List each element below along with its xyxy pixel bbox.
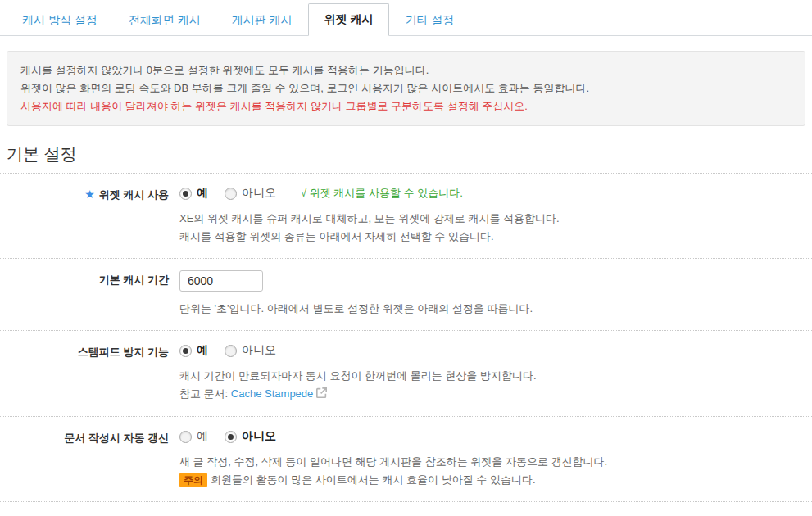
tab-fullscreen-cache[interactable]: 전체화면 캐시 (113, 5, 216, 36)
stampede-prevention-desc-line: 캐시 기간이 만료되자마자 동시 요청이 한꺼번에 몰리는 현상을 방지합니다. (179, 367, 812, 385)
radio-unchecked-icon (179, 431, 192, 443)
radio-yes-label: 예 (197, 186, 208, 201)
doc-auto-refresh-label: 문서 작성시 자동 갱신 (64, 432, 169, 444)
doc-auto-refresh-radio-yes[interactable]: 예 (179, 429, 208, 444)
notice-line-2: 위젯이 많은 화면의 로딩 속도와 DB 부하를 크게 줄일 수 있으며, 로그… (20, 79, 792, 97)
radio-no-label: 아니오 (242, 429, 276, 444)
doc-auto-refresh-controls: 예 아니오 (179, 428, 812, 445)
caution-badge: 주의 (179, 473, 207, 487)
widget-cache-use-controls: 예 아니오 √ 위젯 캐시를 사용할 수 있습니다. (179, 185, 812, 201)
tab-etc-settings[interactable]: 기타 설정 (389, 5, 470, 36)
stampede-reference-line: 참고 문서: Cache Stampede (179, 385, 812, 404)
radio-checked-icon (179, 345, 192, 357)
row-label-default-cache-period: 기본 캐시 기간 (0, 270, 169, 318)
widget-cache-use-description: XE의 위젯 캐시를 슈퍼 캐시로 대체하고, 모든 위젯에 강제로 캐시를 적… (179, 210, 812, 246)
default-cache-period-label: 기본 캐시 기간 (99, 274, 169, 286)
external-link-icon (316, 386, 327, 404)
radio-checked-icon (225, 431, 237, 443)
doc-auto-refresh-warning-line: 주의회원들의 활동이 많은 사이트에서는 캐시 효율이 낮아질 수 있습니다. (179, 471, 812, 489)
default-cache-period-controls (179, 270, 812, 292)
row-stampede-prevention: 스탬피드 방지 기능 예 아니오 캐시 기간이 만료되자마자 동시 요청이 한꺼… (0, 330, 812, 416)
default-cache-period-input[interactable] (179, 270, 263, 292)
default-cache-period-description: 단위는 '초'입니다. 아래에서 별도로 설정한 위젯은 아래의 설정을 따릅니… (179, 300, 812, 318)
radio-yes-label: 예 (197, 429, 208, 444)
widget-cache-use-label: 위젯 캐시 사용 (99, 188, 169, 201)
row-content-stampede-prevention: 예 아니오 캐시 기간이 만료되자마자 동시 요청이 한꺼번에 몰리는 현상을 … (179, 342, 812, 404)
required-star-icon: ★ (84, 188, 95, 201)
cache-stampede-link[interactable]: Cache Stampede (231, 387, 313, 400)
radio-checked-icon (179, 188, 192, 200)
widget-cache-use-desc-line-2: 캐시를 적용할 위젯의 종류는 아래에서 자세히 선택할 수 있습니다. (179, 228, 812, 246)
stampede-prevention-description: 캐시 기간이 만료되자마자 동시 요청이 한꺼번에 몰리는 현상을 방지합니다.… (179, 367, 812, 404)
section-title-basic-settings: 기본 설정 (7, 143, 805, 165)
stampede-prevention-radio-no[interactable]: 아니오 (225, 343, 276, 358)
doc-auto-refresh-desc-line: 새 글 작성, 수정, 삭제 등이 일어나면 해당 게시판을 참조하는 위젯을 … (179, 453, 812, 471)
tab-board-cache[interactable]: 게시판 캐시 (216, 5, 308, 36)
notice-warning-line: 사용자에 따라 내용이 달라져야 하는 위젯은 캐시를 적용하지 않거나 그룹별… (20, 97, 792, 115)
stampede-prevention-controls: 예 아니오 (179, 342, 812, 359)
row-content-default-cache-period: 단위는 '초'입니다. 아래에서 별도로 설정한 위젯은 아래의 설정을 따릅니… (179, 270, 812, 318)
radio-unchecked-icon (225, 345, 237, 357)
row-content-widget-cache-use: 예 아니오 √ 위젯 캐시를 사용할 수 있습니다. XE의 위젯 캐시를 슈퍼… (179, 185, 812, 246)
row-default-cache-period: 기본 캐시 기간 단위는 '초'입니다. 아래에서 별도로 설정한 위젯은 아래… (0, 258, 812, 330)
row-label-widget-cache-use: ★위젯 캐시 사용 (0, 185, 169, 246)
tab-cache-method-settings[interactable]: 캐시 방식 설정 (7, 5, 113, 36)
reference-doc-prefix: 참고 문서: (179, 387, 231, 400)
widget-cache-use-desc-line-1: XE의 위젯 캐시를 슈퍼 캐시로 대체하고, 모든 위젯에 강제로 캐시를 적… (179, 210, 812, 228)
tab-widget-cache[interactable]: 위젯 캐시 (308, 3, 390, 36)
notice-box: 캐시를 설정하지 않았거나 0분으로 설정한 위젯에도 모두 캐시를 적용하는 … (7, 51, 805, 126)
row-doc-auto-refresh: 문서 작성시 자동 갱신 예 아니오 새 글 작성, 수정, 삭제 등이 일어나… (0, 416, 812, 501)
default-cache-period-desc-line: 단위는 '초'입니다. 아래에서 별도로 설정한 위젯은 아래의 설정을 따릅니… (179, 300, 812, 318)
doc-auto-refresh-radio-no[interactable]: 아니오 (225, 429, 276, 444)
widget-cache-status-message: √ 위젯 캐시를 사용할 수 있습니다. (301, 186, 463, 201)
row-content-doc-auto-refresh: 예 아니오 새 글 작성, 수정, 삭제 등이 일어나면 해당 게시판을 참조하… (179, 428, 812, 489)
doc-auto-refresh-description: 새 글 작성, 수정, 삭제 등이 일어나면 해당 게시판을 참조하는 위젯을 … (179, 453, 812, 489)
row-label-stampede-prevention: 스탬피드 방지 기능 (0, 342, 169, 404)
stampede-prevention-radio-yes[interactable]: 예 (179, 343, 208, 358)
row-label-doc-auto-refresh: 문서 작성시 자동 갱신 (0, 428, 169, 489)
radio-yes-label: 예 (197, 343, 208, 358)
row-widget-cache-use: ★위젯 캐시 사용 예 아니오 √ 위젯 캐시를 사용할 수 있습니다. XE의… (0, 173, 812, 258)
radio-no-label: 아니오 (242, 343, 276, 358)
widget-cache-use-radio-yes[interactable]: 예 (179, 186, 208, 201)
widget-cache-use-radio-no[interactable]: 아니오 (225, 186, 276, 201)
stampede-prevention-label: 스탬피드 방지 기능 (78, 346, 169, 358)
radio-no-label: 아니오 (242, 186, 276, 201)
doc-auto-refresh-warning-text: 회원들의 활동이 많은 사이트에서는 캐시 효율이 낮아질 수 있습니다. (211, 473, 536, 486)
radio-unchecked-icon (225, 188, 237, 200)
tab-bar: 캐시 방식 설정 전체화면 캐시 게시판 캐시 위젯 캐시 기타 설정 (0, 0, 812, 36)
notice-line-1: 캐시를 설정하지 않았거나 0분으로 설정한 위젯에도 모두 캐시를 적용하는 … (20, 61, 792, 79)
basic-settings-form: ★위젯 캐시 사용 예 아니오 √ 위젯 캐시를 사용할 수 있습니다. XE의… (0, 173, 812, 516)
row-comment-auto-refresh: 댓글 작성시 자동 갱신 예 아니오 새 댓글 작성, 수정, 삭제 등이 일어… (0, 501, 812, 516)
